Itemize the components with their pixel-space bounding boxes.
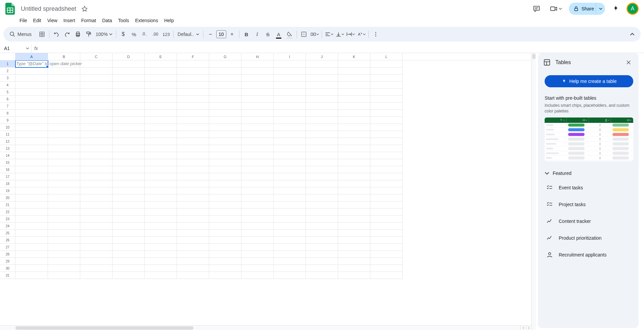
cell-B10[interactable]	[48, 124, 80, 131]
cell-E11[interactable]	[145, 131, 177, 138]
cell-K4[interactable]	[338, 82, 370, 89]
cell-F8[interactable]	[177, 110, 209, 117]
cell-H6[interactable]	[241, 96, 274, 103]
cell-J13[interactable]	[306, 145, 338, 152]
cell-K23[interactable]	[338, 216, 370, 223]
row-header-28[interactable]: 28	[0, 251, 15, 258]
cell-C5[interactable]	[80, 89, 112, 96]
cell-A4[interactable]	[15, 82, 48, 89]
row-header-18[interactable]: 18	[0, 180, 15, 187]
cell-B23[interactable]	[48, 216, 80, 223]
cell-K21[interactable]	[338, 201, 370, 208]
cell-K13[interactable]	[338, 145, 370, 152]
cell-A28[interactable]	[15, 251, 48, 258]
column-header-C[interactable]: C	[80, 53, 112, 60]
cell-H23[interactable]	[241, 216, 274, 223]
cell-H30[interactable]	[241, 265, 274, 272]
cell-K29[interactable]	[338, 258, 370, 265]
cell-H3[interactable]	[241, 75, 274, 82]
cell-L6[interactable]	[370, 96, 403, 103]
cell-H13[interactable]	[241, 145, 274, 152]
menu-file[interactable]: File	[17, 16, 30, 25]
row-header-27[interactable]: 27	[0, 244, 15, 251]
column-header-E[interactable]: E	[145, 53, 177, 60]
template-recruitment-applicants[interactable]: Recruitment applicants	[545, 246, 633, 263]
row-header-26[interactable]: 26	[0, 237, 15, 244]
scroll-left-button[interactable]	[520, 326, 526, 330]
cell-H24[interactable]	[241, 223, 274, 230]
paint-format-button[interactable]	[84, 29, 94, 39]
cell-E26[interactable]	[145, 237, 177, 244]
menu-extensions[interactable]: Extensions	[132, 16, 160, 25]
cell-C20[interactable]	[80, 194, 112, 201]
cell-L9[interactable]	[370, 117, 403, 124]
cell-D21[interactable]	[112, 201, 145, 208]
cell-I13[interactable]	[274, 145, 306, 152]
cell-G27[interactable]	[209, 244, 241, 251]
percent-button[interactable]: %	[129, 29, 139, 39]
cell-E21[interactable]	[145, 201, 177, 208]
cell-L20[interactable]	[370, 194, 403, 201]
cell-I28[interactable]	[274, 251, 306, 258]
column-header-A[interactable]: A	[15, 53, 48, 60]
cell-C19[interactable]	[80, 187, 112, 194]
cell-J29[interactable]	[306, 258, 338, 265]
cell-G26[interactable]	[209, 237, 241, 244]
cell-A12[interactable]	[15, 138, 48, 145]
cell-D23[interactable]	[112, 216, 145, 223]
cell-J26[interactable]	[306, 237, 338, 244]
cell-E23[interactable]	[145, 216, 177, 223]
cell-L30[interactable]	[370, 265, 403, 272]
hscroll-thumb[interactable]	[15, 326, 193, 330]
cell-D17[interactable]	[112, 173, 145, 180]
cell-F25[interactable]	[177, 230, 209, 237]
vscroll-thumb[interactable]	[532, 54, 536, 59]
cell-L29[interactable]	[370, 258, 403, 265]
cell-G30[interactable]	[209, 265, 241, 272]
cell-L18[interactable]	[370, 180, 403, 187]
cell-I25[interactable]	[274, 230, 306, 237]
name-box[interactable]: A1	[2, 44, 32, 52]
cell-I16[interactable]	[274, 166, 306, 173]
cell-B2[interactable]	[48, 67, 80, 75]
cell-H31[interactable]	[241, 272, 274, 279]
cell-G7[interactable]	[209, 103, 241, 110]
cell-B8[interactable]	[48, 110, 80, 117]
cell-L11[interactable]	[370, 131, 403, 138]
cell-C21[interactable]	[80, 201, 112, 208]
select-all-corner[interactable]	[0, 53, 15, 60]
cell-J22[interactable]	[306, 208, 338, 216]
cell-B29[interactable]	[48, 258, 80, 265]
cell-H20[interactable]	[241, 194, 274, 201]
cell-E18[interactable]	[145, 180, 177, 187]
cell-E10[interactable]	[145, 124, 177, 131]
cell-B21[interactable]	[48, 201, 80, 208]
cell-F6[interactable]	[177, 96, 209, 103]
cell-F24[interactable]	[177, 223, 209, 230]
cell-G11[interactable]	[209, 131, 241, 138]
cell-E22[interactable]	[145, 208, 177, 216]
cell-D24[interactable]	[112, 223, 145, 230]
cell-G21[interactable]	[209, 201, 241, 208]
cell-H19[interactable]	[241, 187, 274, 194]
cell-B28[interactable]	[48, 251, 80, 258]
cell-K16[interactable]	[338, 166, 370, 173]
cell-G3[interactable]	[209, 75, 241, 82]
cell-D28[interactable]	[112, 251, 145, 258]
cell-K20[interactable]	[338, 194, 370, 201]
row-header-12[interactable]: 12	[0, 138, 15, 145]
cell-H28[interactable]	[241, 251, 274, 258]
cell-C16[interactable]	[80, 166, 112, 173]
cell-H7[interactable]	[241, 103, 274, 110]
cell-E15[interactable]	[145, 159, 177, 166]
cell-K17[interactable]	[338, 173, 370, 180]
cell-B13[interactable]	[48, 145, 80, 152]
cell-A3[interactable]	[15, 75, 48, 82]
cell-I7[interactable]	[274, 103, 306, 110]
cell-E12[interactable]	[145, 138, 177, 145]
cell-F4[interactable]	[177, 82, 209, 89]
cell-G28[interactable]	[209, 251, 241, 258]
cell-H11[interactable]	[241, 131, 274, 138]
cell-A1[interactable]: Type "@Date" to open date picker	[15, 60, 48, 67]
cell-E4[interactable]	[145, 82, 177, 89]
